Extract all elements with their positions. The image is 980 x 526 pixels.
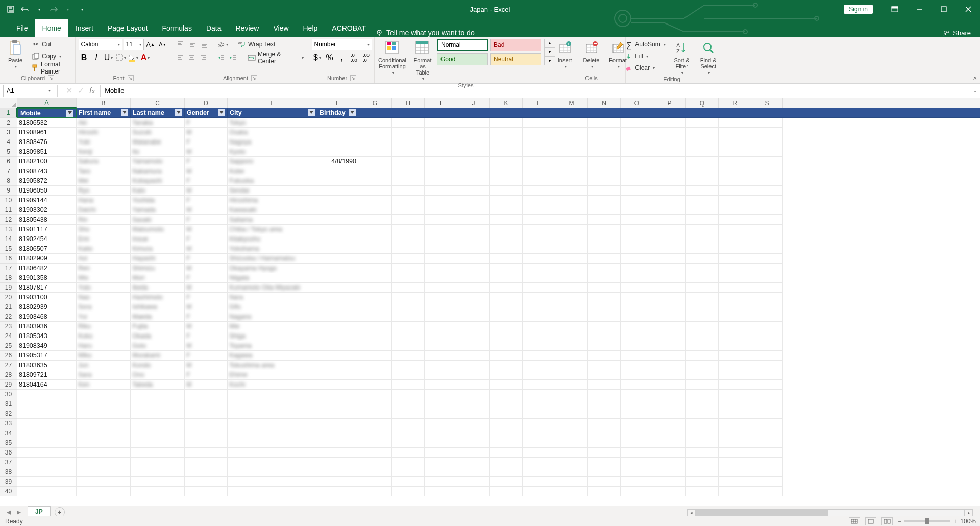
find-select-button[interactable]: Find & Select▾ [696,39,721,76]
cell[interactable] [751,409,783,419]
cell[interactable] [751,399,783,409]
cell[interactable] [490,302,523,312]
cell[interactable] [228,487,317,496]
cell[interactable] [719,380,751,390]
cell[interactable] [555,361,588,370]
row-header[interactable]: 11 [0,205,17,215]
cell[interactable] [653,428,686,438]
cell[interactable] [317,390,358,399]
cell[interactable] [653,225,686,234]
column-header-F[interactable]: F [317,98,358,108]
cell[interactable] [490,273,523,283]
cell[interactable]: Kyoto [228,147,317,157]
cell[interactable] [457,380,490,390]
cell[interactable] [653,293,686,302]
cell[interactable] [425,477,457,487]
cell[interactable]: M [185,341,228,351]
cell[interactable] [686,254,719,264]
cell[interactable] [457,390,490,399]
cell[interactable] [358,118,392,128]
cell[interactable]: 81905317 [17,351,77,361]
cell[interactable]: Mori [131,273,185,283]
cell[interactable]: Ken [77,380,131,390]
cell[interactable]: Okada [131,331,185,341]
cell[interactable] [425,244,457,254]
cell[interactable] [751,361,783,370]
cell[interactable] [490,205,523,215]
cell[interactable]: Mei [77,176,131,186]
row-header[interactable]: 8 [0,176,17,186]
cell[interactable] [621,341,653,351]
cell[interactable] [686,409,719,419]
cell[interactable]: Saitama [228,215,317,225]
cell[interactable] [317,196,358,205]
cell[interactable] [490,438,523,448]
cell[interactable] [317,428,358,438]
cell[interactable] [653,137,686,147]
cell[interactable] [228,399,317,409]
cell[interactable] [185,399,228,409]
cell[interactable] [131,419,185,428]
cell[interactable]: Sendai [228,186,317,196]
cell[interactable] [555,399,588,409]
cell[interactable] [751,351,783,361]
cell[interactable] [719,244,751,254]
cell[interactable] [392,293,425,302]
cell[interactable]: Inoue [131,234,185,244]
cell[interactable] [317,234,358,244]
cell[interactable] [523,370,555,380]
cell[interactable] [185,409,228,419]
zoom-level[interactable]: 100% [960,518,976,525]
cell[interactable] [457,254,490,264]
cell[interactable] [77,399,131,409]
cell[interactable] [392,118,425,128]
cell[interactable] [719,370,751,380]
cell[interactable]: F [185,176,228,186]
cell[interactable] [523,409,555,419]
row-header[interactable]: 32 [0,409,17,419]
cell[interactable]: F [185,254,228,264]
cell[interactable] [392,302,425,312]
cell[interactable] [457,438,490,448]
cell[interactable]: 81802909 [17,254,77,264]
cell[interactable] [588,186,621,196]
cell[interactable] [523,166,555,176]
cell[interactable] [653,157,686,166]
comma-format-icon[interactable]: , [336,52,348,63]
cell[interactable] [358,477,392,487]
cell[interactable] [621,234,653,244]
cell[interactable] [555,409,588,419]
cell[interactable] [490,137,523,147]
tab-review[interactable]: Review [229,19,266,37]
cell[interactable] [457,467,490,477]
cell[interactable] [392,438,425,448]
cell[interactable] [358,351,392,361]
filter-icon[interactable] [175,109,182,116]
cell-style-normal[interactable]: Normal [437,39,488,51]
cell[interactable] [719,254,751,264]
increase-font-icon[interactable]: A▲ [145,39,156,50]
cell[interactable] [555,205,588,215]
cell[interactable] [185,428,228,438]
cell[interactable] [751,331,783,341]
align-left-icon[interactable] [175,52,185,63]
cell[interactable] [77,428,131,438]
percent-format-icon[interactable]: % [324,52,335,63]
fill-button[interactable]: Fill▾ [623,51,667,62]
cell[interactable]: Tanaka [131,118,185,128]
cell[interactable]: Emi [77,234,131,244]
cell[interactable] [523,157,555,166]
cell[interactable] [425,234,457,244]
cell[interactable] [317,399,358,409]
cell[interactable] [555,225,588,234]
cell[interactable] [77,487,131,496]
expand-formula-bar-icon[interactable]: ⌄ [970,88,980,93]
cell[interactable] [588,390,621,399]
column-header-I[interactable]: I [425,98,457,108]
cell[interactable] [358,147,392,157]
cell[interactable] [457,293,490,302]
cell[interactable] [686,419,719,428]
row-header[interactable]: 30 [0,390,17,399]
cell[interactable] [588,438,621,448]
cancel-formula-icon[interactable]: ✕ [66,86,72,95]
